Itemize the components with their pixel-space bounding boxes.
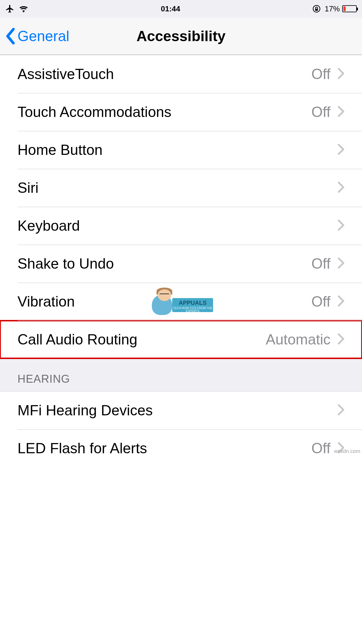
section-header-hearing: HEARING [0, 359, 362, 391]
row-call-audio-routing[interactable]: Call Audio Routing Automatic [0, 321, 362, 358]
airplane-mode-icon [5, 4, 15, 13]
battery-percentage: 17% [325, 4, 340, 13]
interaction-section: AssistiveTouch Off Touch Accommodations … [0, 55, 362, 359]
row-mfi-hearing-devices[interactable]: MFi Hearing Devices [0, 391, 362, 429]
row-label: Shake to Undo [17, 255, 311, 272]
chevron-right-icon [338, 106, 345, 118]
row-label: Siri [17, 179, 338, 196]
row-value: Off [311, 293, 331, 310]
chevron-right-icon [338, 181, 345, 194]
row-label: AssistiveTouch [17, 66, 311, 83]
chevron-right-icon [338, 68, 345, 80]
status-time: 01:44 [29, 4, 312, 13]
orientation-lock-icon [312, 5, 321, 13]
chevron-right-icon [338, 333, 345, 346]
row-touch-accommodations[interactable]: Touch Accommodations Off [0, 93, 362, 131]
row-value: Off [311, 104, 331, 120]
row-label: Vibration [17, 293, 311, 310]
row-home-button[interactable]: Home Button [0, 131, 362, 169]
chevron-right-icon [338, 257, 345, 270]
row-label: LED Flash for Alerts [17, 440, 311, 457]
chevron-right-icon [338, 219, 345, 232]
row-assistivetouch[interactable]: AssistiveTouch Off [0, 55, 362, 93]
row-label: Call Audio Routing [17, 331, 266, 348]
row-label: Home Button [17, 141, 338, 158]
row-keyboard[interactable]: Keyboard [0, 207, 362, 245]
row-label: MFi Hearing Devices [17, 402, 338, 419]
battery-icon [342, 5, 357, 12]
navigation-bar: General Accessibility [0, 18, 362, 55]
battery-indicator: 17% [325, 4, 357, 13]
row-value: Automatic [266, 331, 331, 348]
row-vibration[interactable]: Vibration Off [0, 283, 362, 321]
row-value: Off [311, 66, 331, 83]
status-bar: 01:44 17% [0, 0, 362, 18]
row-value: Off [311, 255, 331, 272]
row-value: Off [311, 440, 331, 457]
row-siri[interactable]: Siri [0, 169, 362, 207]
row-shake-to-undo[interactable]: Shake to Undo Off [0, 245, 362, 283]
wifi-icon [19, 5, 29, 13]
source-attribution: wsxdn.com [334, 448, 360, 454]
row-label: Touch Accommodations [17, 104, 311, 120]
row-label: Keyboard [17, 217, 338, 234]
page-title: Accessibility [0, 28, 362, 45]
svg-rect-1 [315, 9, 318, 11]
chevron-right-icon [338, 144, 345, 156]
chevron-right-icon [338, 295, 345, 308]
chevron-right-icon [338, 404, 345, 417]
